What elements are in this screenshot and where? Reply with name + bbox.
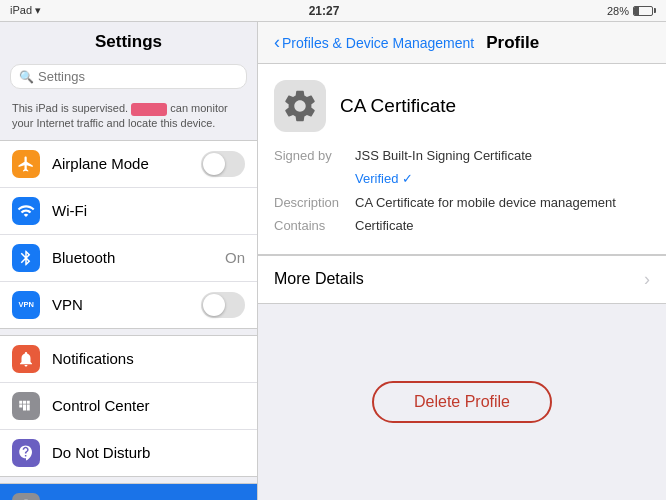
verified-row: Verified ✓ — [274, 167, 650, 190]
control-center-label: Control Center — [52, 397, 245, 414]
signed-by-row: Signed by JSS Built-In Signing Certifica… — [274, 144, 650, 167]
vpn-icon: VPN — [12, 291, 40, 319]
svg-text:VPN: VPN — [19, 300, 34, 309]
contains-value: Certificate — [355, 214, 414, 237]
description-label: Description — [274, 191, 349, 214]
status-bar: iPad ▾ 21:27 28% — [0, 0, 666, 22]
sidebar-item-do-not-disturb[interactable]: Do Not Disturb — [0, 430, 257, 476]
general-icon — [12, 493, 40, 500]
profile-name: CA Certificate — [340, 95, 456, 117]
profile-app-icon — [274, 80, 326, 132]
sidebar-item-wifi[interactable]: Wi-Fi — [0, 188, 257, 235]
search-icon: 🔍 — [19, 70, 34, 84]
notifications-section: Notifications Control Center Do Not Dist… — [0, 335, 257, 477]
vpn-toggle[interactable] — [201, 292, 245, 318]
right-header: ‹ Profiles & Device Management Profile — [258, 22, 666, 64]
back-label: Profiles & Device Management — [282, 35, 474, 51]
wifi-label: Wi-Fi — [52, 202, 245, 219]
wifi-icon — [12, 197, 40, 225]
more-details-chevron-icon: › — [644, 269, 650, 290]
sidebar-item-airplane[interactable]: Airplane Mode — [0, 141, 257, 188]
vpn-label: VPN — [52, 296, 201, 313]
description-row: Description CA Certificate for mobile de… — [274, 191, 650, 214]
control-center-icon — [12, 392, 40, 420]
profile-details: Signed by JSS Built-In Signing Certifica… — [274, 144, 650, 238]
notifications-label: Notifications — [52, 350, 245, 367]
do-not-disturb-label: Do Not Disturb — [52, 444, 245, 461]
supervised-notice: This iPad is supervised. can monitor you… — [0, 95, 257, 140]
do-not-disturb-icon — [12, 439, 40, 467]
contains-row: Contains Certificate — [274, 214, 650, 237]
airplane-label: Airplane Mode — [52, 155, 201, 172]
system-section: General Display & Brightness Wallpaper S… — [0, 483, 257, 500]
status-carrier: iPad ▾ — [10, 4, 41, 17]
sidebar-title: Settings — [95, 32, 162, 51]
status-right: 28% — [607, 5, 656, 17]
verified-spacer — [274, 167, 349, 190]
main-layout: Settings 🔍 This iPad is supervised. can … — [0, 22, 666, 500]
status-time: 21:27 — [309, 4, 340, 18]
signed-by-label: Signed by — [274, 144, 349, 167]
sidebar-item-control-center[interactable]: Control Center — [0, 383, 257, 430]
bluetooth-value: On — [225, 249, 245, 266]
back-button[interactable]: ‹ Profiles & Device Management — [274, 32, 474, 53]
connectivity-section: Airplane Mode Wi-Fi Bluetooth On VPN — [0, 140, 257, 329]
more-details-row[interactable]: More Details › — [258, 255, 666, 304]
bluetooth-icon — [12, 244, 40, 272]
sidebar-header: Settings — [0, 22, 257, 58]
delete-profile-button[interactable]: Delete Profile — [372, 381, 552, 423]
supervised-highlight — [131, 103, 167, 116]
verified-text: Verified ✓ — [355, 167, 413, 190]
sidebar-item-notifications[interactable]: Notifications — [0, 336, 257, 383]
bluetooth-label: Bluetooth — [52, 249, 225, 266]
more-details-label: More Details — [274, 270, 364, 288]
profile-card: CA Certificate Signed by JSS Built-In Si… — [258, 64, 666, 255]
airplane-icon — [12, 150, 40, 178]
delete-area: Delete Profile — [258, 304, 666, 500]
verified-check-icon: ✓ — [402, 171, 413, 186]
description-value: CA Certificate for mobile device managem… — [355, 191, 616, 214]
right-panel: ‹ Profiles & Device Management Profile C… — [258, 22, 666, 500]
battery-icon — [633, 6, 656, 16]
right-panel-title: Profile — [486, 33, 539, 53]
back-chevron-icon: ‹ — [274, 32, 280, 53]
sidebar-item-vpn[interactable]: VPN VPN — [0, 282, 257, 328]
contains-label: Contains — [274, 214, 349, 237]
signed-by-value: JSS Built-In Signing Certificate — [355, 144, 532, 167]
sidebar-item-general[interactable]: General — [0, 484, 257, 500]
search-input[interactable] — [38, 69, 238, 84]
notifications-icon — [12, 345, 40, 373]
battery-percent: 28% — [607, 5, 629, 17]
sidebar: Settings 🔍 This iPad is supervised. can … — [0, 22, 258, 500]
sidebar-item-bluetooth[interactable]: Bluetooth On — [0, 235, 257, 282]
search-bar[interactable]: 🔍 — [10, 64, 247, 89]
airplane-toggle[interactable] — [201, 151, 245, 177]
profile-main: CA Certificate — [274, 80, 650, 132]
